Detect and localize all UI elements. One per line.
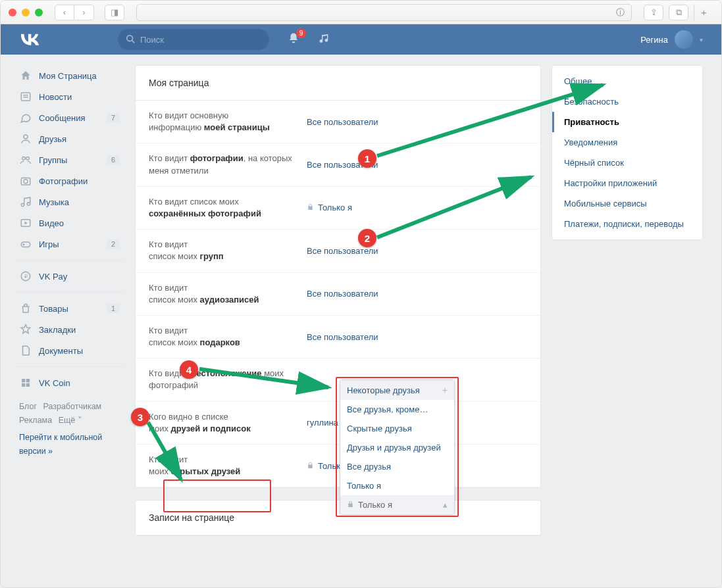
coin-icon (19, 376, 32, 389)
row-label: Кто видитсписок моих групп (149, 239, 307, 262)
nav-label: Документы (39, 346, 83, 356)
browser-chrome: ‹ › ◨ ⓘ ⇪ ⧉ + (1, 1, 721, 24)
tabs-button[interactable]: ⧉ (669, 5, 688, 20)
nav-buttons: ‹ › (55, 5, 94, 20)
nav-coin[interactable]: VK Coin (14, 372, 124, 393)
settings-nav-item[interactable]: Приватность (552, 112, 702, 132)
nav-video[interactable]: Видео (14, 212, 124, 233)
nav-label: Друзья (39, 134, 66, 144)
nav-count: 7 (107, 113, 119, 122)
nav-label: Товары (39, 304, 68, 314)
footer-mobile[interactable]: Перейти к мобильной версии » (19, 431, 115, 459)
privacy-row: Кто видитсписок моих подарков Все пользо… (136, 316, 540, 358)
settings-nav-item[interactable]: Уведомления (552, 132, 702, 153)
minimize-icon[interactable] (22, 9, 30, 16)
row-label: Кто видит список моих сохранённых фотогр… (149, 196, 307, 220)
back-button[interactable]: ‹ (55, 5, 74, 20)
settings-nav: ОбщееБезопасностьПриватностьУведомленияЧ… (552, 65, 703, 240)
news-icon (19, 90, 32, 103)
annotation-badge-4: 4 (180, 360, 198, 379)
svg-point-0 (127, 35, 133, 41)
nav-docs[interactable]: Документы (14, 340, 124, 361)
row-label: Кто видит местоположение моих фотографий (149, 368, 307, 391)
svg-rect-18 (22, 383, 25, 387)
search-icon (126, 34, 135, 45)
settings-nav-item[interactable]: Общее (552, 71, 702, 91)
nav-label: Сообщения (39, 113, 86, 123)
footer-more[interactable]: Ещё ˅ (59, 416, 82, 425)
nav-label: Музыка (39, 197, 69, 207)
friends-icon (19, 132, 32, 145)
vk-logo-icon[interactable] (19, 30, 118, 50)
nav-label: VK Pay (39, 272, 67, 282)
row-value[interactable]: Все пользователи (307, 282, 378, 306)
footer-links: Блог РазработчикамРеклама Ещё ˅Перейти к… (14, 393, 124, 465)
sidebar-button[interactable]: ◨ (105, 5, 124, 20)
msg-icon (19, 111, 32, 124)
footer-blog[interactable]: Блог (19, 402, 37, 411)
row-value[interactable]: Все пользователи (307, 110, 378, 134)
footer-ads[interactable]: Реклама (19, 416, 52, 425)
nav-photo[interactable]: Фотографии (14, 170, 124, 191)
svg-rect-17 (26, 379, 30, 382)
bookmark-icon (19, 323, 32, 336)
annotation-badge-2: 2 (358, 229, 376, 247)
avatar (675, 30, 693, 49)
home-icon (19, 69, 32, 82)
reader-icon: ⓘ (616, 7, 625, 18)
notifications-button[interactable]: 9 (288, 32, 299, 47)
close-icon[interactable] (9, 9, 16, 16)
nav-bookmark[interactable]: Закладки (14, 319, 124, 340)
privacy-row: Кто видит фотографии, на которых меня от… (136, 143, 540, 186)
nav-friends[interactable]: Друзья (14, 128, 124, 149)
nav-games[interactable]: Игры2 (14, 233, 124, 255)
privacy-row: Кто видит основнуюинформацию моей страни… (136, 101, 540, 143)
nav-market[interactable]: Товары1 (14, 298, 124, 319)
row-label: Кто видитсписок моих подарков (149, 325, 307, 349)
forward-button[interactable]: › (74, 5, 94, 20)
music-button[interactable] (318, 33, 328, 46)
nav-pay[interactable]: ₽VK Pay (14, 266, 124, 287)
settings-nav-item[interactable]: Безопасность (552, 91, 702, 112)
nav-label: Фотографии (39, 176, 88, 186)
settings-nav-item[interactable]: Чёрный список (552, 153, 702, 173)
row-value[interactable]: Только я (307, 196, 352, 220)
chevron-down-icon: ▾ (700, 36, 703, 43)
share-button[interactable]: ⇪ (644, 5, 663, 20)
nav-label: Игры (39, 239, 59, 249)
nav-label: Новости (39, 92, 72, 102)
nav-label: Моя Страница (39, 71, 97, 81)
svg-text:₽: ₽ (24, 274, 28, 280)
url-bar[interactable]: ⓘ (136, 4, 632, 21)
search-input[interactable]: Поиск (118, 29, 269, 50)
video-icon (19, 216, 32, 230)
row-label: Кто видитмоих скрытых друзей (149, 454, 307, 478)
settings-nav-item[interactable]: Настройки приложений (552, 173, 702, 193)
row-label: Кто видитсписок моих аудиозаписей (149, 282, 307, 306)
nav-label: Видео (39, 218, 64, 228)
lock-icon (307, 462, 314, 469)
nav-music[interactable]: Музыка (14, 191, 124, 212)
footer-devs[interactable]: Разработчикам (43, 402, 102, 411)
nav-home[interactable]: Моя Страница (14, 65, 124, 86)
search-placeholder: Поиск (140, 35, 164, 45)
svg-rect-19 (26, 383, 30, 387)
annotation-badge-3: 3 (131, 408, 149, 426)
maximize-icon[interactable] (35, 9, 43, 16)
row-label: Кто видит фотографии, на которых меня от… (149, 153, 307, 176)
left-nav: Моя СтраницаНовостиСообщения7ДрузьяГрупп… (14, 65, 124, 536)
nav-news[interactable]: Новости (14, 86, 124, 107)
new-tab-button[interactable]: + (694, 5, 713, 20)
user-menu[interactable]: Регина ▾ (640, 30, 703, 49)
nav-msg[interactable]: Сообщения7 (14, 107, 124, 128)
market-icon (19, 302, 32, 315)
settings-nav-item[interactable]: Платежи, подписки, переводы (552, 214, 702, 234)
nav-label: Закладки (39, 325, 76, 335)
settings-nav-item[interactable]: Мобильные сервисы (552, 193, 702, 214)
nav-label: Группы (39, 155, 67, 165)
svg-point-6 (22, 157, 26, 160)
row-value[interactable]: Все пользователи (307, 325, 378, 349)
nav-groups[interactable]: Группы6 (14, 149, 124, 170)
row-label: Кого видно в спискемоих друзей и подписо… (149, 411, 307, 435)
row-value[interactable]: гуллина (307, 411, 338, 435)
